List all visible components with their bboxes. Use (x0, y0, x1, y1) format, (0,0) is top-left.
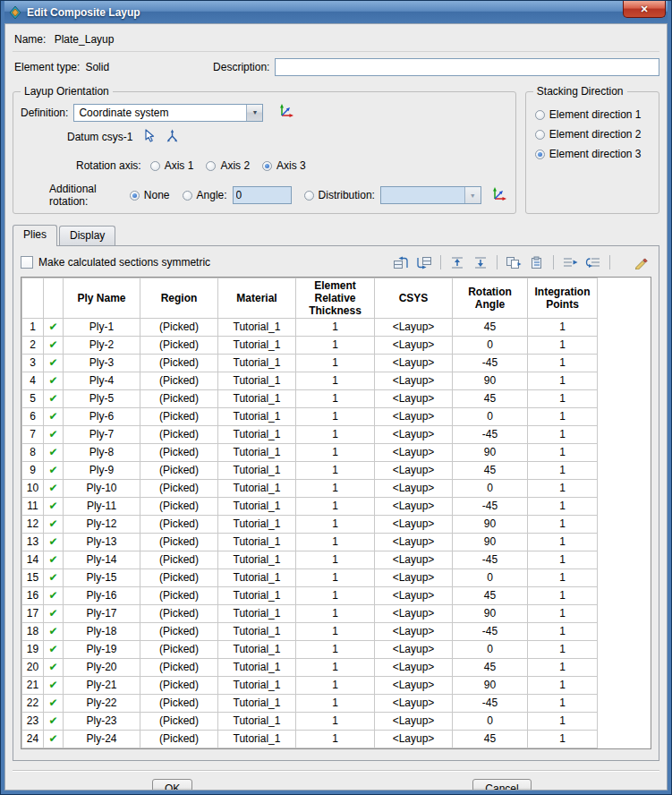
region-cell[interactable]: (Picked) (140, 713, 218, 731)
csys-cell[interactable]: <Layup> (375, 677, 453, 695)
material-cell[interactable]: Tutorial_1 (218, 516, 296, 534)
row-number-cell[interactable]: 4 (22, 372, 44, 390)
read-plies-from-file-icon[interactable] (559, 253, 581, 271)
rotation-angle-cell[interactable]: -45 (453, 498, 528, 516)
row-number-cell[interactable]: 3 (22, 355, 44, 372)
thickness-cell[interactable]: 1 (296, 372, 375, 390)
move-ply-down-icon[interactable] (470, 253, 491, 271)
element-direction-1-radio[interactable]: Element direction 1 (535, 108, 651, 121)
region-cell[interactable]: (Picked) (140, 677, 218, 695)
material-cell[interactable]: Tutorial_1 (218, 444, 296, 462)
material-cell[interactable]: Tutorial_1 (218, 569, 296, 587)
material-cell[interactable]: Tutorial_1 (218, 695, 296, 713)
thickness-cell[interactable]: 1 (296, 480, 375, 498)
material-cell[interactable]: Tutorial_1 (218, 677, 296, 695)
csys-cell[interactable]: <Layup> (375, 498, 453, 516)
integration-points-cell[interactable]: 1 (528, 390, 598, 408)
ply-name-cell[interactable]: Ply-14 (64, 551, 140, 569)
csys-cell[interactable]: <Layup> (375, 534, 453, 551)
integration-points-cell[interactable]: 1 (528, 605, 598, 623)
row-number-cell[interactable]: 12 (22, 516, 44, 534)
row-number-cell[interactable]: 9 (22, 462, 44, 480)
tab-plies[interactable]: Plies (13, 225, 57, 246)
ply-name-cell[interactable]: Ply-10 (64, 480, 140, 498)
rotation-angle-cell[interactable]: 90 (453, 444, 528, 462)
row-number-cell[interactable]: 16 (22, 587, 44, 605)
ply-name-cell[interactable]: Ply-9 (64, 462, 140, 480)
ply-name-cell[interactable]: Ply-22 (64, 695, 140, 713)
rotation-angle-cell[interactable]: 45 (453, 390, 528, 408)
thickness-cell[interactable]: 1 (296, 498, 375, 516)
ply-name-cell[interactable]: Ply-1 (64, 319, 140, 337)
material-cell[interactable]: Tutorial_1 (218, 498, 296, 516)
rotation-angle-cell[interactable]: -45 (453, 355, 528, 372)
integration-points-cell[interactable]: 1 (528, 355, 598, 372)
material-cell[interactable]: Tutorial_1 (218, 426, 296, 444)
thickness-cell[interactable]: 1 (296, 462, 375, 480)
ply-name-cell[interactable]: Ply-13 (64, 534, 140, 551)
distribution-triad-icon[interactable] (490, 186, 508, 205)
close-button[interactable]: ✕ (623, 1, 666, 18)
row-status-cell[interactable]: ✔ (44, 695, 64, 713)
region-cell[interactable]: (Picked) (140, 444, 218, 462)
rotation-angle-cell[interactable]: 90 (453, 534, 528, 551)
ply-name-cell[interactable]: Ply-17 (64, 605, 140, 623)
csys-cell[interactable]: <Layup> (375, 408, 453, 426)
symmetric-checkbox-row[interactable]: Make calculated sections symmetric (21, 256, 210, 269)
definition-dropdown[interactable]: Coordinate system ▼ (73, 104, 263, 122)
rotation-angle-cell[interactable]: 0 (453, 713, 528, 731)
integration-points-cell[interactable]: 1 (528, 623, 598, 641)
thickness-cell[interactable]: 1 (296, 337, 375, 355)
row-number-cell[interactable]: 10 (22, 480, 44, 498)
thickness-cell[interactable]: 1 (296, 641, 375, 659)
row-number-cell[interactable]: 21 (22, 677, 44, 695)
material-cell[interactable]: Tutorial_1 (218, 659, 296, 677)
region-cell[interactable]: (Picked) (140, 587, 218, 605)
row-number-cell[interactable]: 1 (22, 319, 44, 337)
write-plies-to-file-icon[interactable] (583, 253, 604, 271)
region-cell[interactable]: (Picked) (140, 659, 218, 677)
row-status-cell[interactable]: ✔ (44, 605, 64, 623)
region-cell[interactable]: (Picked) (140, 355, 218, 372)
row-number-cell[interactable]: 6 (22, 408, 44, 426)
region-cell[interactable]: (Picked) (140, 551, 218, 569)
integration-points-cell[interactable]: 1 (528, 659, 598, 677)
row-status-cell[interactable]: ✔ (44, 587, 64, 605)
region-cell[interactable]: (Picked) (140, 426, 218, 444)
material-cell[interactable]: Tutorial_1 (218, 605, 296, 623)
rotation-angle-cell[interactable]: 90 (453, 372, 528, 390)
row-status-cell[interactable]: ✔ (44, 641, 64, 659)
insert-ply-before-icon[interactable] (390, 253, 412, 271)
rotation-angle-cell[interactable]: 90 (453, 677, 528, 695)
row-status-cell[interactable]: ✔ (44, 355, 64, 372)
material-cell[interactable]: Tutorial_1 (218, 480, 296, 498)
csys-cell[interactable]: <Layup> (375, 337, 453, 355)
rotation-angle-cell[interactable]: 45 (453, 319, 528, 337)
rotation-angle-cell[interactable]: 45 (453, 462, 528, 480)
csys-cell[interactable]: <Layup> (375, 695, 453, 713)
csys-cell[interactable]: <Layup> (375, 462, 453, 480)
thickness-cell[interactable]: 1 (296, 516, 375, 534)
row-number-cell[interactable]: 2 (22, 337, 44, 355)
csys-cell[interactable]: <Layup> (375, 355, 453, 372)
row-status-cell[interactable]: ✔ (44, 408, 64, 426)
rotation-angle-cell[interactable]: 90 (453, 516, 528, 534)
material-cell[interactable]: Tutorial_1 (218, 355, 296, 372)
material-cell[interactable]: Tutorial_1 (218, 319, 296, 337)
csys-cell[interactable]: <Layup> (375, 480, 453, 498)
material-cell[interactable]: Tutorial_1 (218, 534, 296, 551)
paste-plies-icon[interactable] (526, 253, 548, 271)
thickness-cell[interactable]: 1 (296, 731, 375, 748)
material-cell[interactable]: Tutorial_1 (218, 337, 296, 355)
tab-display[interactable]: Display (59, 226, 115, 245)
csys-cell[interactable]: <Layup> (375, 713, 453, 731)
copy-plies-icon[interactable] (503, 253, 524, 271)
rotation-angle-cell[interactable]: -45 (453, 623, 528, 641)
chevron-down-icon[interactable]: ▼ (246, 105, 262, 121)
row-number-cell[interactable]: 14 (22, 551, 44, 569)
region-cell[interactable]: (Picked) (140, 516, 218, 534)
rotation-angle-cell[interactable]: 0 (453, 480, 528, 498)
material-cell[interactable]: Tutorial_1 (218, 623, 296, 641)
csys-cell[interactable]: <Layup> (375, 569, 453, 587)
integration-points-cell[interactable]: 1 (528, 569, 598, 587)
